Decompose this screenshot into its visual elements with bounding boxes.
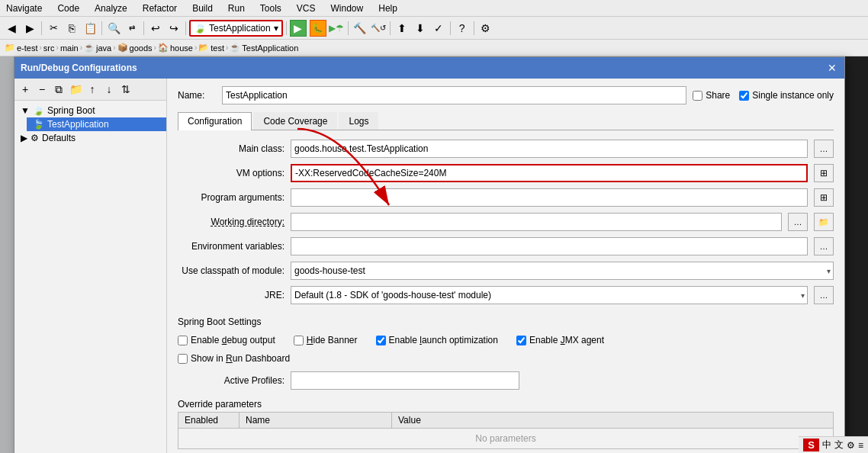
working-dir-browse-button[interactable]: … <box>788 213 808 231</box>
show-run-dashboard-checkbox[interactable] <box>178 354 188 364</box>
working-dir-input[interactable] <box>291 213 782 231</box>
dialog-close-button[interactable]: ✕ <box>826 62 838 74</box>
replace-button[interactable]: ⇄ <box>124 20 140 37</box>
share-checkbox-label[interactable]: Share <box>693 90 730 101</box>
dropdown-arrow-icon: ▾ <box>274 23 278 34</box>
breadcrumb-house[interactable]: 🏠 house <box>158 43 193 53</box>
share-checkbox[interactable] <box>693 91 702 101</box>
menu-run[interactable]: Run <box>225 3 248 14</box>
env-vars-browse-button[interactable]: … <box>814 237 834 255</box>
undo-button[interactable]: ↩ <box>147 20 164 37</box>
working-dir-folder-button[interactable]: 📁 <box>814 213 834 231</box>
sort-button[interactable]: ⇅ <box>118 82 133 97</box>
single-instance-checkbox-label[interactable]: Single instance only <box>739 90 834 101</box>
separator-9 <box>474 21 474 35</box>
forward-button[interactable]: ▶ <box>21 20 38 37</box>
env-vars-input[interactable] <box>291 237 808 255</box>
breadcrumb-testapplication[interactable]: ☕ TestApplication <box>230 43 298 53</box>
folder-button[interactable]: 📁 <box>68 82 83 97</box>
menu-refactor[interactable]: Refactor <box>140 3 180 14</box>
status-s-icon[interactable]: S <box>803 439 819 451</box>
menu-code[interactable]: Code <box>54 3 82 14</box>
move-up-button[interactable]: ↑ <box>85 82 100 97</box>
vcs-commit-button[interactable]: ✓ <box>430 20 447 37</box>
breadcrumb-goods[interactable]: 📦 goods <box>117 43 153 53</box>
redo-button[interactable]: ↪ <box>166 20 182 37</box>
run-debug-config-dialog: Run/Debug Configurations ✕ + − ⧉ 📁 ↑ ↓ ⇅ <box>14 56 845 453</box>
enable-jmx-checkbox-label[interactable]: Enable JMX agent <box>516 335 604 345</box>
name-input[interactable] <box>222 86 686 104</box>
main-class-input[interactable] <box>291 140 808 158</box>
program-args-row: Program arguments: ⊞ <box>178 188 834 207</box>
run-config-dropdown[interactable]: 🍃 TestApplication ▾ <box>189 20 283 37</box>
menu-navigate[interactable]: Navigate <box>3 3 45 14</box>
copy-button[interactable]: ⎘ <box>63 20 80 37</box>
show-run-dashboard-checkbox-label[interactable]: Show in Run Dashboard <box>178 353 290 364</box>
show-run-dashboard-row: Show in Run Dashboard <box>178 353 834 364</box>
menu-window[interactable]: Window <box>328 3 367 14</box>
share-checkbox-row: Share Single instance only <box>693 90 834 101</box>
jre-browse-button[interactable]: … <box>814 286 834 304</box>
breadcrumb-java[interactable]: ☕ java <box>84 43 111 53</box>
hide-banner-checkbox-label[interactable]: Hide Banner <box>294 335 358 345</box>
enable-debug-checkbox-label[interactable]: Enable debug output <box>178 335 275 345</box>
program-args-expand-button[interactable]: ⊞ <box>814 188 834 207</box>
sep5: › <box>154 43 156 52</box>
paste-button[interactable]: 📋 <box>82 20 98 37</box>
add-config-button[interactable]: + <box>18 82 33 97</box>
program-args-input[interactable] <box>291 188 808 207</box>
cut-button[interactable]: ✂ <box>45 20 62 37</box>
run-button[interactable]: ▶ <box>290 20 307 37</box>
tab-code-coverage[interactable]: Code Coverage <box>253 112 337 130</box>
no-params-text: No parameters <box>178 429 834 449</box>
tree-group-defaults[interactable]: ▶ ⚙ Defaults <box>14 131 166 145</box>
enable-launch-checkbox-label[interactable]: Enable launch optimization <box>376 335 498 345</box>
run-config-name: TestApplication <box>209 23 271 34</box>
menu-build[interactable]: Build <box>189 3 216 14</box>
enable-jmx-checkbox[interactable] <box>516 336 526 345</box>
dialog-title: Run/Debug Configurations <box>21 63 137 73</box>
menu-tools[interactable]: Tools <box>257 3 285 14</box>
dialog-sidebar: + − ⧉ 📁 ↑ ↓ ⇅ ▼ 🍃 Spring Boot <box>14 79 167 453</box>
vm-options-expand-button[interactable]: ⊞ <box>814 164 834 182</box>
remove-config-button[interactable]: − <box>34 82 50 97</box>
single-instance-checkbox[interactable] <box>739 91 749 101</box>
jre-select[interactable]: Default (1.8 - SDK of 'goods-house-test'… <box>291 286 808 304</box>
breadcrumb-etest[interactable]: 📁 e-test <box>5 43 38 53</box>
enable-launch-checkbox[interactable] <box>376 336 386 345</box>
find-button[interactable]: 🔍 <box>105 20 122 37</box>
copy-config-button[interactable]: ⧉ <box>51 82 66 97</box>
tree-item-testapplication[interactable]: 🍃 TestApplication <box>27 117 166 131</box>
main-class-browse-button[interactable]: … <box>814 140 834 158</box>
build-button[interactable]: 🔨 <box>352 20 368 37</box>
breadcrumb-src[interactable]: src <box>43 43 55 53</box>
move-down-button[interactable]: ↓ <box>101 82 117 97</box>
hide-banner-checkbox[interactable] <box>294 336 304 345</box>
tab-configuration[interactable]: Configuration <box>178 112 252 130</box>
vcs-push-button[interactable]: ⬇ <box>412 20 429 37</box>
coverage-button[interactable]: ▶☂ <box>328 20 345 37</box>
vm-options-label: VM options: <box>178 168 285 178</box>
rebuild-button[interactable]: 🔨↺ <box>370 20 387 37</box>
breadcrumb-test[interactable]: 📂 test <box>198 43 224 53</box>
back-button[interactable]: ◀ <box>3 20 20 37</box>
menu-help[interactable]: Help <box>375 3 400 14</box>
enable-debug-checkbox[interactable] <box>178 336 188 345</box>
breadcrumb-main[interactable]: main <box>60 43 79 53</box>
tab-logs[interactable]: Logs <box>339 112 378 130</box>
active-profiles-input[interactable] <box>291 371 519 390</box>
status-menu-icon[interactable]: ≡ <box>858 440 863 451</box>
menu-vcs[interactable]: VCS <box>294 3 319 14</box>
separator-2 <box>101 21 102 35</box>
status-settings-icon[interactable]: ⚙ <box>847 440 855 451</box>
breadcrumb-folder-icon: 📁 <box>5 43 15 53</box>
classpath-select[interactable]: goods-house-test <box>291 262 834 280</box>
help-button[interactable]: ? <box>454 20 471 37</box>
vm-options-input[interactable] <box>291 164 808 182</box>
debug-button[interactable]: 🐛 <box>310 20 326 37</box>
params-table: Enabled Name Value No parameters <box>178 412 834 449</box>
settings-button[interactable]: ⚙ <box>477 20 494 37</box>
tree-group-springboot[interactable]: ▼ 🍃 Spring Boot <box>14 104 166 117</box>
vcs-update-button[interactable]: ⬆ <box>394 20 410 37</box>
menu-analyze[interactable]: Analyze <box>92 3 130 14</box>
